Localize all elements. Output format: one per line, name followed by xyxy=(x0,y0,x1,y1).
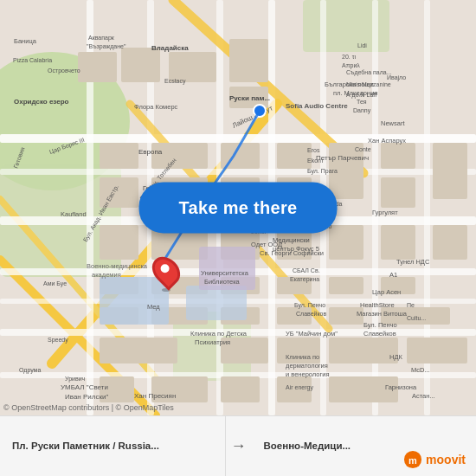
take-me-there-button-container: Take me there xyxy=(139,183,338,234)
svg-text:Иваjло: Иваjло xyxy=(387,74,406,81)
svg-text:20. τι: 20. τι xyxy=(342,54,356,60)
svg-rect-72 xyxy=(121,48,160,82)
svg-text:Тея: Тея xyxy=(357,99,367,105)
svg-text:дерматология: дерматология xyxy=(286,362,328,370)
svg-text:и венерология: и венерология xyxy=(286,370,329,378)
svg-text:УМБАЛ "Свети: УМБАЛ "Свети xyxy=(61,383,108,391)
svg-rect-41 xyxy=(381,225,415,260)
svg-text:Air energy: Air energy xyxy=(286,384,313,391)
svg-text:Тунел НДС: Тунел НДС xyxy=(396,258,430,266)
svg-text:Европа: Европа xyxy=(138,148,163,156)
svg-text:Eros: Eros xyxy=(307,147,320,153)
svg-text:Руски пам...: Руски пам... xyxy=(229,94,270,102)
svg-text:Астан...: Астан... xyxy=(412,392,435,400)
svg-text:Славейков: Славейков xyxy=(296,311,327,317)
svg-text:Newsart: Newsart xyxy=(381,119,405,127)
svg-text:m: m xyxy=(408,455,417,466)
svg-rect-35 xyxy=(433,143,467,199)
svg-text:Библиотека: Библиотека xyxy=(204,278,241,286)
svg-rect-59 xyxy=(407,338,467,363)
svg-point-158 xyxy=(254,105,266,117)
svg-text:Pizza Calabria: Pizza Calabria xyxy=(13,57,52,63)
svg-text:СБАЛ Св.: СБАЛ Св. xyxy=(293,267,320,273)
svg-text:Славейков: Славейков xyxy=(363,330,396,338)
svg-text:Lidi: Lidi xyxy=(357,42,367,48)
svg-rect-25 xyxy=(151,143,208,169)
svg-text:Danny: Danny xyxy=(353,107,371,114)
svg-text:Съдебна пала...: Съдебна пала... xyxy=(346,69,392,76)
svg-text:Бул. Пенчо: Бул. Пенчо xyxy=(363,321,397,329)
map-container: Лайош Кошут Бул. Акад. Иван Евстр. Бул. … xyxy=(0,0,476,415)
from-station-label: Пл. Руски Паметник / Russia... xyxy=(12,439,213,453)
svg-text:HealthStore: HealthStore xyxy=(360,301,395,309)
svg-rect-58 xyxy=(329,338,398,363)
moovit-branding: m moovit xyxy=(403,450,466,469)
svg-text:Хан Аспарух: Хан Аспарух xyxy=(368,137,406,145)
svg-rect-13 xyxy=(0,169,476,175)
svg-text:Цар Асен: Цар Асен xyxy=(372,288,401,296)
svg-text:Психиатрия: Психиатрия xyxy=(195,338,230,346)
svg-rect-30 xyxy=(277,143,312,169)
svg-text:Бул. Пенчо: Бул. Пенчо xyxy=(294,302,325,309)
svg-rect-42 xyxy=(433,225,467,260)
location-pin xyxy=(154,255,178,292)
svg-rect-71 xyxy=(78,52,117,82)
svg-text:Speedy: Speedy xyxy=(48,337,68,344)
take-me-there-button[interactable]: Take me there xyxy=(139,183,338,234)
svg-text:Университетска: Университетска xyxy=(201,269,249,277)
svg-text:пл. Македония: пл. Македония xyxy=(333,89,377,97)
svg-text:Аквапарк: Аквапарк xyxy=(88,35,115,42)
svg-rect-55 xyxy=(100,338,177,363)
svg-text:Гарнизона: Гарнизона xyxy=(385,383,417,391)
svg-text:Мед: Мед xyxy=(147,303,160,311)
svg-text:Гургулят: Гургулят xyxy=(372,209,398,216)
svg-text:Пe: Пe xyxy=(407,302,415,308)
bottom-bar: Пл. Руски Паметник / Russia... → Военно-… xyxy=(0,415,476,476)
svg-rect-62 xyxy=(221,376,260,402)
svg-text:Клиника по Детска: Клиника по Детска xyxy=(190,330,248,338)
svg-text:Охридско езеро: Охридско езеро xyxy=(14,98,69,106)
svg-text:А1: А1 xyxy=(389,271,397,279)
svg-text:НДК: НДК xyxy=(389,353,402,361)
svg-text:Военно-медицинска: Военно-медицинска xyxy=(87,262,148,270)
svg-text:Ekonт: Ekonт xyxy=(307,158,325,164)
svg-text:Одрума: Одрума xyxy=(19,367,41,374)
svg-text:Островчето: Островчето xyxy=(48,68,80,74)
svg-text:Cultu...: Cultu... xyxy=(407,315,426,321)
svg-text:Aπриλ: Aπриλ xyxy=(342,62,360,69)
svg-text:Sofia Audio Centre: Sofia Audio Centre xyxy=(286,102,348,110)
svg-text:Kaufland: Kaufland xyxy=(61,210,87,218)
svg-text:Български пощи: Български пощи xyxy=(325,80,374,88)
svg-text:Бул. Прага: Бул. Прага xyxy=(307,168,338,175)
moovit-label: moovit xyxy=(426,453,466,466)
svg-text:Клиника по: Клиника по xyxy=(286,353,319,361)
svg-text:Магазин Витоша: Магазин Витоша xyxy=(357,310,408,318)
svg-rect-47 xyxy=(329,277,363,294)
svg-text:Иван Рилски": Иван Рилски" xyxy=(65,393,108,401)
svg-rect-33 xyxy=(381,143,415,169)
arrow-icon: → xyxy=(226,416,252,476)
svg-text:Хан Пресиян: Хан Пресиян xyxy=(134,392,176,400)
svg-rect-34 xyxy=(381,177,415,208)
svg-text:Екатерина: Екатерина xyxy=(290,276,319,283)
moovit-logo-icon: m xyxy=(403,450,422,469)
svg-text:Флора Комерс: Флора Комерс xyxy=(134,103,178,111)
svg-text:Баница: Баница xyxy=(14,37,37,45)
svg-text:"Възраждане": "Възраждане" xyxy=(87,43,126,50)
svg-text:академия: академия xyxy=(92,271,121,279)
svg-text:Ами Буе: Ами Буе xyxy=(43,280,67,287)
svg-text:УБ "Майчин дом": УБ "Майчин дом" xyxy=(286,330,338,338)
svg-text:McD...: McD... xyxy=(411,366,430,374)
svg-text:Петър Парчевич: Петър Парчевич xyxy=(316,154,369,162)
svg-text:Ecstacy: Ecstacy xyxy=(164,78,186,85)
map-copyright: © OpenStreetMap contributors | © OpenMap… xyxy=(3,403,174,412)
svg-rect-24 xyxy=(100,143,138,169)
svg-rect-36 xyxy=(100,225,138,260)
svg-rect-69 xyxy=(229,39,268,82)
svg-text:Conte: Conte xyxy=(355,146,371,152)
svg-text:Уривич: Уривич xyxy=(65,376,86,383)
svg-rect-66 xyxy=(186,286,247,320)
from-station: Пл. Руски Паметник / Russia... xyxy=(0,416,226,476)
svg-text:Владайска: Владайска xyxy=(151,44,189,52)
svg-text:Одет ООД: Одет ООД xyxy=(251,241,282,248)
